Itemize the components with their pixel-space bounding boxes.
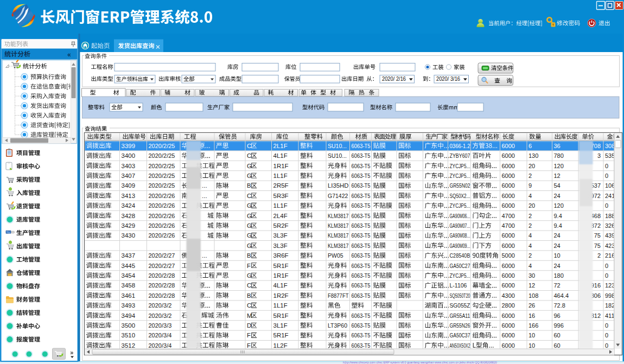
svg-text:4L1F: 4L1F [273, 152, 288, 159]
svg-text:20: 20 [529, 163, 535, 169]
svg-text:3494: 3494 [122, 312, 136, 319]
svg-text:6063-T5: 6063-T5 [352, 222, 371, 229]
svg-text:1R2F: 1R2F [273, 292, 289, 299]
svg-text:6063-T5: 6063-T5 [352, 322, 371, 329]
svg-text:F: F [247, 342, 251, 349]
svg-text:GR55N26: GR55N26 [450, 322, 470, 329]
svg-text:3510: 3510 [122, 332, 136, 339]
svg-text:4: 4 [529, 263, 532, 269]
svg-text:3403: 3403 [122, 163, 136, 169]
svg-text:C: C [247, 152, 251, 159]
svg-text:2020/2/27: 2020/2/27 [149, 263, 175, 269]
svg-text:3: 3 [597, 152, 601, 159]
svg-text:G: G [247, 272, 252, 279]
svg-text:130: 130 [529, 152, 538, 159]
svg-text:2020/2/25: 2020/2/25 [149, 163, 175, 169]
svg-text:24: 24 [554, 242, 561, 249]
svg-text:3407: 3407 [122, 173, 136, 179]
svg-text:2020/2/28: 2020/2/28 [149, 272, 175, 279]
svg-text:0: 0 [605, 263, 608, 269]
svg-text:20: 20 [529, 202, 535, 209]
svg-text:...: ... [202, 193, 207, 199]
svg-text:6000: 6000 [502, 182, 515, 189]
svg-text:F: F [247, 263, 251, 269]
svg-text:SU10...: SU10... [328, 152, 347, 159]
svg-text:6063-T5: 6063-T5 [352, 312, 371, 319]
svg-text:1L1F: 1L1F [273, 173, 288, 179]
svg-text:12: 12 [529, 282, 535, 289]
svg-text:KLM3817: KLM3817 [328, 222, 349, 229]
svg-text:6063-T5: 6063-T5 [352, 263, 371, 269]
svg-text:5R1F: 5R1F [273, 332, 289, 339]
svg-text:26: 26 [529, 302, 535, 309]
svg-text:PW05: PW05 [328, 252, 343, 259]
svg-text:h1tp://www.cfmcerp.com cfmc ER: h1tp://www.cfmcerp.com cfmc ERP system v… [343, 361, 497, 364]
svg-text:6000: 6000 [502, 193, 515, 199]
svg-text:6000: 6000 [502, 232, 515, 239]
svg-text:2R5F: 2R5F [273, 182, 289, 189]
svg-text:60: 60 [554, 342, 561, 349]
svg-text:36: 36 [554, 143, 561, 149]
svg-text:10: 10 [554, 252, 561, 259]
svg-text:6063-T5: 6063-T5 [352, 272, 371, 279]
svg-text:3454: 3454 [122, 272, 136, 279]
svg-text:6000: 6000 [502, 342, 515, 349]
svg-text:G: G [247, 173, 252, 179]
svg-text:308: 308 [605, 143, 615, 149]
svg-text:411: 411 [605, 312, 615, 319]
svg-text:AN50X50X2: AN50X50X2 [450, 342, 470, 349]
svg-text:106: 106 [605, 182, 615, 189]
svg-text:6063-T5: 6063-T5 [352, 163, 371, 169]
svg-text:72: 72 [554, 282, 561, 289]
svg-text:6063-T5: 6063-T5 [352, 252, 371, 259]
svg-text:GA50C37: GA50C37 [450, 332, 470, 339]
svg-text:998: 998 [605, 292, 615, 299]
svg-text:241: 241 [605, 193, 615, 199]
svg-text:0: 0 [605, 163, 608, 169]
svg-text:3500: 3500 [122, 322, 136, 329]
svg-text:6000: 6000 [502, 143, 515, 149]
svg-text:6063-T5: 6063-T5 [352, 342, 371, 349]
svg-text:GA90M09...: GA90M09... [450, 242, 470, 249]
svg-text:6000: 6000 [502, 152, 515, 159]
svg-text:10: 10 [529, 332, 535, 339]
svg-text:3L3F: 3L3F [273, 242, 288, 249]
svg-text:2020/3/4: 2020/3/4 [149, 342, 172, 349]
svg-text:6063-T5: 6063-T5 [352, 332, 371, 339]
svg-text:6000: 6000 [502, 282, 515, 289]
svg-text:6000: 6000 [502, 322, 515, 329]
svg-text:GA90M07...: GA90M07... [450, 222, 470, 229]
svg-text:GR55N02: GR55N02 [450, 182, 470, 189]
svg-text:2020/2/26: 2020/2/26 [149, 222, 175, 229]
svg-text:3400: 3400 [122, 152, 136, 159]
svg-text:216: 216 [605, 252, 615, 259]
svg-text:2020/2/26: 2020/2/26 [149, 193, 175, 199]
svg-text:60: 60 [554, 332, 561, 339]
svg-text:LT3P60: LT3P60 [328, 322, 347, 329]
svg-text:KLM3817: KLM3817 [328, 213, 349, 219]
svg-text:0: 0 [605, 332, 608, 339]
svg-text:4: 4 [529, 193, 532, 199]
svg-text:C: C [247, 193, 251, 199]
svg-text:B: B [247, 182, 251, 189]
svg-text:24: 24 [554, 263, 561, 269]
svg-text:123: 123 [605, 282, 615, 289]
svg-text:3512: 3512 [122, 342, 136, 349]
svg-text:5R2F: 5R2F [273, 222, 289, 229]
svg-text:166: 166 [529, 322, 538, 329]
svg-text:G: G [247, 202, 252, 209]
svg-text:G: G [247, 163, 252, 169]
svg-text:KLM3817: KLM3817 [328, 242, 349, 249]
svg-text:2020/3/2: 2020/3/2 [149, 312, 172, 319]
svg-text:4L1F: 4L1F [273, 282, 288, 289]
svg-text:780: 780 [554, 152, 564, 159]
svg-text:188: 188 [605, 213, 615, 219]
svg-text:96: 96 [554, 312, 561, 319]
svg-text:16: 16 [529, 312, 535, 319]
svg-text:0: 0 [605, 342, 608, 349]
svg-text:2L1F: 2L1F [273, 143, 288, 149]
svg-text:439: 439 [605, 232, 615, 239]
svg-text:3409: 3409 [122, 182, 136, 189]
svg-text:5000: 5000 [502, 252, 515, 259]
svg-text:30: 30 [529, 272, 535, 279]
